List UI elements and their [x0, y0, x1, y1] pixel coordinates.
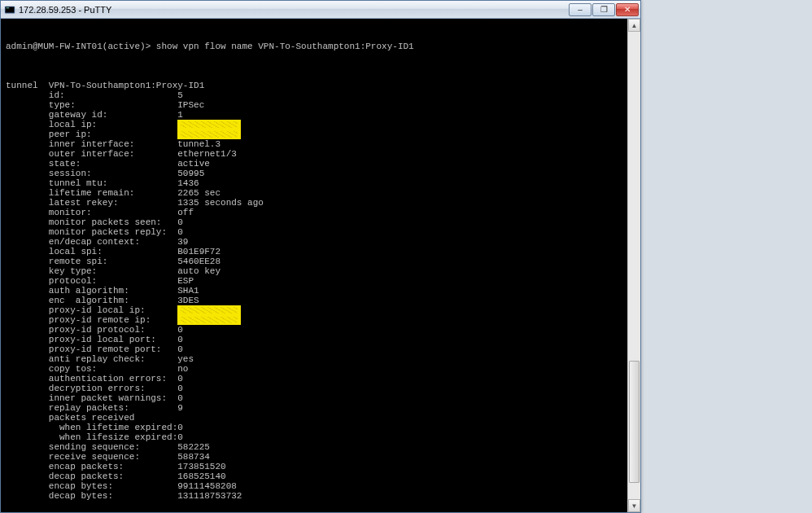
maximize-icon: ❐	[600, 5, 608, 14]
redacted-value	[177, 305, 241, 315]
output-row: sending sequence: 582225	[6, 442, 635, 452]
output-row: local spi: B01E9F72	[6, 247, 635, 256]
output-row: decryption errors: 0	[6, 384, 635, 393]
output-row: key type: auto key	[6, 266, 635, 276]
output-row: monitor packets reply: 0	[6, 227, 635, 237]
prompt-line: admin@MUM-FW-INT01(active)> show vpn flo…	[6, 42, 635, 51]
output-row: enc algorithm: 3DES	[6, 296, 635, 305]
output-row: outer interface: ethernet1/3	[6, 149, 635, 159]
output-row: anti replay check: yes	[6, 354, 635, 364]
output-row: proxy-id local port: 0	[6, 335, 635, 344]
output-row: protocol: ESP	[6, 276, 635, 286]
row-label: peer ip:	[6, 129, 177, 139]
output-row: when lifesize expired:0	[6, 432, 635, 442]
maximize-button[interactable]: ❐	[592, 3, 615, 16]
redacted-value	[177, 315, 241, 325]
output-row: monitor: off	[6, 208, 635, 217]
output-row: when lifetime expired:0	[6, 423, 635, 432]
row-label: proxy-id local ip:	[6, 305, 177, 315]
output-row: id: 5	[6, 90, 635, 100]
output-row: session: 50995	[6, 169, 635, 178]
output-row: proxy-id remote port: 0	[6, 344, 635, 354]
tunnel-header: tunnel VPN-To-Southampton1:Proxy-ID1	[6, 81, 635, 90]
terminal-area[interactable]: admin@MUM-FW-INT01(active)> show vpn flo…	[1, 19, 640, 512]
redacted-value	[177, 129, 241, 139]
output-row: packets received	[6, 413, 635, 423]
scrollbar[interactable]: ▲ ▼	[627, 19, 640, 512]
putty-icon	[4, 4, 15, 15]
output-row: peer ip:	[6, 129, 635, 139]
output-row: replay packets: 9	[6, 403, 635, 413]
output-row: remote spi: 5460EE28	[6, 256, 635, 266]
output-row: auth algorithm: SHA1	[6, 286, 635, 296]
output-row: type: IPSec	[6, 100, 635, 110]
putty-window: 172.28.59.253 - PuTTY – ❐ ✕ admin@MUM-FW…	[0, 0, 641, 513]
row-label: local ip:	[6, 120, 177, 129]
output-row: encap packets: 173851520	[6, 462, 635, 471]
svg-rect-2	[7, 7, 10, 8]
row-label: proxy-id remote ip:	[6, 315, 177, 325]
titlebar[interactable]: 172.28.59.253 - PuTTY – ❐ ✕	[1, 1, 640, 19]
output-row: decap packets: 168525140	[6, 471, 635, 481]
close-icon: ✕	[624, 5, 631, 14]
output-row: proxy-id protocol: 0	[6, 325, 635, 335]
output-row: inner packet warnings: 0	[6, 393, 635, 403]
output-row: proxy-id local ip:	[6, 305, 635, 315]
output-row: proxy-id remote ip:	[6, 315, 635, 325]
output-row: state: active	[6, 159, 635, 169]
output-row: local ip:	[6, 120, 635, 129]
scroll-thumb[interactable]	[629, 361, 640, 483]
scroll-up-button[interactable]: ▲	[628, 19, 640, 32]
window-controls: – ❐ ✕	[568, 3, 639, 16]
output-row: latest rekey: 1335 seconds ago	[6, 198, 635, 208]
minimize-icon: –	[578, 5, 583, 14]
output-row: inner interface: tunnel.3	[6, 139, 635, 149]
output-row: copy tos: no	[6, 364, 635, 374]
window-title: 172.28.59.253 - PuTTY	[19, 5, 568, 15]
output-row: receive sequence: 588734	[6, 452, 635, 462]
minimize-button[interactable]: –	[569, 3, 592, 16]
output-row: decap bytes: 131118753732	[6, 491, 635, 501]
output-row: lifetime remain: 2265 sec	[6, 188, 635, 198]
output-row: monitor packets seen: 0	[6, 217, 635, 227]
output-row: authentication errors: 0	[6, 374, 635, 384]
scroll-down-button[interactable]: ▼	[628, 499, 640, 512]
output-row: en/decap context: 39	[6, 237, 635, 247]
close-button[interactable]: ✕	[616, 3, 639, 16]
redacted-value	[177, 120, 241, 129]
output-row: gateway id: 1	[6, 110, 635, 120]
output-row: encap bytes: 99111458208	[6, 481, 635, 491]
output-row: tunnel mtu: 1436	[6, 178, 635, 188]
